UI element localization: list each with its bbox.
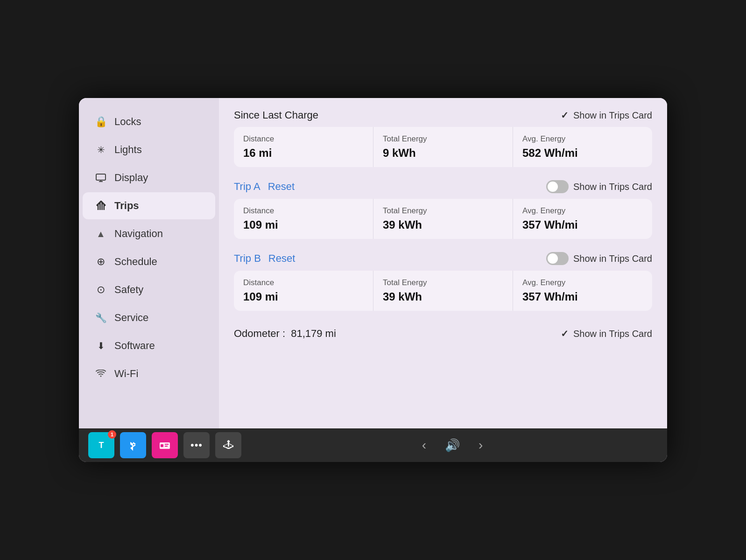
stat-label-energy-a: Total Energy bbox=[383, 206, 503, 216]
bluetooth-button[interactable] bbox=[120, 432, 146, 458]
t-button-wrap: T 1 bbox=[88, 432, 114, 458]
stat-cell-avg-slc: Avg. Energy 582 Wh/mi bbox=[513, 127, 652, 167]
t-badge: 1 bbox=[108, 430, 116, 439]
stat-label-distance-a: Distance bbox=[243, 206, 364, 216]
stat-cell-energy-b: Total Energy 39 kWh bbox=[373, 271, 513, 311]
since-last-charge-stats: Distance 16 mi Total Energy 9 kWh Avg. E… bbox=[234, 127, 652, 167]
stat-cell-distance-b: Distance 109 mi bbox=[234, 271, 373, 311]
since-last-charge-toggle[interactable]: ✓ Show in Trips Card bbox=[561, 110, 652, 121]
nav-right-button[interactable]: › bbox=[479, 438, 483, 453]
stat-label-energy-b: Total Energy bbox=[383, 278, 503, 287]
sidebar-item-software[interactable]: ⬇ Software bbox=[83, 332, 215, 359]
sidebar-item-schedule[interactable]: ⊕ Schedule bbox=[83, 248, 215, 275]
stat-label-avg-b: Avg. Energy bbox=[522, 278, 643, 287]
odometer-section: Odometer : 81,179 mi ✓ Show in Trips Car… bbox=[234, 324, 652, 343]
trip-a-section: Trip A Reset Show in Trips Card Distance… bbox=[234, 180, 652, 239]
trip-b-stats: Distance 109 mi Total Energy 39 kWh Avg.… bbox=[234, 271, 652, 311]
trip-a-actions: Trip A Reset bbox=[234, 181, 295, 193]
stat-label-energy-slc: Total Energy bbox=[383, 134, 503, 144]
wifi-icon bbox=[94, 367, 108, 381]
trip-b-toggle-switch[interactable] bbox=[546, 252, 569, 265]
sidebar-label-navigation: Navigation bbox=[114, 228, 163, 240]
main-area: 🔒 Locks ✳ Lights Display ⟰ bbox=[79, 98, 667, 428]
trip-b-reset-button[interactable]: Reset bbox=[268, 252, 295, 265]
volume-icon: 🔊 bbox=[445, 438, 460, 453]
stat-value-distance-b: 109 mi bbox=[243, 290, 364, 303]
sidebar-item-display[interactable]: Display bbox=[83, 164, 215, 191]
stat-cell-distance-slc: Distance 16 mi bbox=[234, 127, 373, 167]
stat-label-avg-slc: Avg. Energy bbox=[522, 134, 643, 144]
stat-value-avg-slc: 582 Wh/mi bbox=[522, 147, 643, 160]
stat-value-energy-b: 39 kWh bbox=[383, 290, 503, 303]
stat-cell-energy-slc: Total Energy 9 kWh bbox=[373, 127, 513, 167]
sidebar-label-trips: Trips bbox=[114, 200, 139, 212]
odometer-toggle[interactable]: ✓ Show in Trips Card bbox=[561, 328, 652, 339]
sidebar-item-wifi[interactable]: Wi-Fi bbox=[83, 360, 215, 387]
since-last-charge-title: Since Last Charge bbox=[234, 109, 318, 121]
radio-button[interactable] bbox=[152, 432, 178, 458]
sidebar-label-safety: Safety bbox=[114, 284, 143, 296]
trip-a-title: Trip A bbox=[234, 181, 260, 193]
navigation-icon: ▲ bbox=[94, 227, 108, 241]
stat-label-avg-a: Avg. Energy bbox=[522, 206, 643, 216]
stat-value-distance-a: 109 mi bbox=[243, 218, 364, 231]
stat-value-avg-b: 357 Wh/mi bbox=[522, 290, 643, 303]
stat-value-avg-a: 357 Wh/mi bbox=[522, 218, 643, 231]
sidebar-item-safety[interactable]: ⊙ Safety bbox=[83, 276, 215, 303]
since-last-charge-toggle-label: Show in Trips Card bbox=[573, 110, 652, 121]
since-last-charge-header: Since Last Charge ✓ Show in Trips Card bbox=[234, 109, 652, 121]
sidebar-label-wifi: Wi-Fi bbox=[114, 368, 138, 380]
lights-icon: ✳ bbox=[94, 143, 108, 157]
stat-cell-avg-a: Avg. Energy 357 Wh/mi bbox=[513, 199, 652, 239]
volume-control: 🔊 bbox=[445, 438, 460, 453]
sidebar-item-service[interactable]: 🔧 Service bbox=[83, 304, 215, 331]
sidebar-item-lights[interactable]: ✳ Lights bbox=[83, 136, 215, 163]
trip-a-stats: Distance 109 mi Total Energy 39 kWh Avg.… bbox=[234, 199, 652, 239]
sidebar-item-trips[interactable]: ⟰ Trips bbox=[83, 192, 215, 219]
stat-label-distance-b: Distance bbox=[243, 278, 364, 287]
t-button[interactable]: T 1 bbox=[88, 432, 114, 458]
screen: 🔒 Locks ✳ Lights Display ⟰ bbox=[79, 98, 667, 462]
sidebar-label-locks: Locks bbox=[114, 116, 141, 128]
stat-value-energy-slc: 9 kWh bbox=[383, 147, 503, 160]
stat-value-energy-a: 39 kWh bbox=[383, 218, 503, 231]
game-button[interactable]: 🕹 bbox=[215, 432, 241, 458]
content-area: Since Last Charge ✓ Show in Trips Card D… bbox=[219, 98, 667, 428]
sidebar-item-locks[interactable]: 🔒 Locks bbox=[83, 108, 215, 135]
svg-rect-4 bbox=[161, 444, 163, 447]
trip-a-reset-button[interactable]: Reset bbox=[268, 181, 295, 193]
trip-a-toggle-switch[interactable] bbox=[546, 180, 569, 193]
odometer-checkmark: ✓ bbox=[561, 328, 569, 339]
trip-b-title: Trip B bbox=[234, 252, 261, 265]
trip-a-toggle[interactable]: Show in Trips Card bbox=[546, 180, 652, 193]
stat-cell-avg-b: Avg. Energy 357 Wh/mi bbox=[513, 271, 652, 311]
schedule-icon: ⊕ bbox=[94, 255, 108, 269]
sidebar-label-lights: Lights bbox=[114, 144, 142, 156]
sidebar: 🔒 Locks ✳ Lights Display ⟰ bbox=[79, 98, 219, 428]
software-icon: ⬇ bbox=[94, 339, 108, 353]
trip-b-section: Trip B Reset Show in Trips Card Distance… bbox=[234, 252, 652, 311]
taskbar-center: ‹ 🔊 › bbox=[247, 438, 658, 453]
trip-b-header: Trip B Reset Show in Trips Card bbox=[234, 252, 652, 265]
sidebar-item-navigation[interactable]: ▲ Navigation bbox=[83, 220, 215, 247]
lock-icon: 🔒 bbox=[94, 115, 108, 129]
stat-value-distance-slc: 16 mi bbox=[243, 147, 364, 160]
odometer-row: Odometer : 81,179 mi ✓ Show in Trips Car… bbox=[234, 324, 652, 343]
trip-b-toggle[interactable]: Show in Trips Card bbox=[546, 252, 652, 265]
odometer-toggle-label: Show in Trips Card bbox=[573, 329, 652, 339]
sidebar-label-software: Software bbox=[114, 340, 155, 352]
odometer-label: Odometer : bbox=[234, 328, 285, 339]
trip-b-actions: Trip B Reset bbox=[234, 252, 295, 265]
more-button[interactable]: ••• bbox=[183, 432, 210, 458]
stat-label-distance-slc: Distance bbox=[243, 134, 364, 144]
stat-cell-distance-a: Distance 109 mi bbox=[234, 199, 373, 239]
nav-left-button[interactable]: ‹ bbox=[422, 438, 426, 453]
trips-icon: ⟰ bbox=[94, 199, 108, 213]
stat-cell-energy-a: Total Energy 39 kWh bbox=[373, 199, 513, 239]
safety-icon: ⊙ bbox=[94, 283, 108, 297]
svg-rect-0 bbox=[96, 174, 106, 180]
display-icon bbox=[94, 171, 108, 185]
trip-a-header: Trip A Reset Show in Trips Card bbox=[234, 180, 652, 193]
sidebar-label-schedule: Schedule bbox=[114, 256, 157, 268]
service-icon: 🔧 bbox=[94, 311, 108, 325]
